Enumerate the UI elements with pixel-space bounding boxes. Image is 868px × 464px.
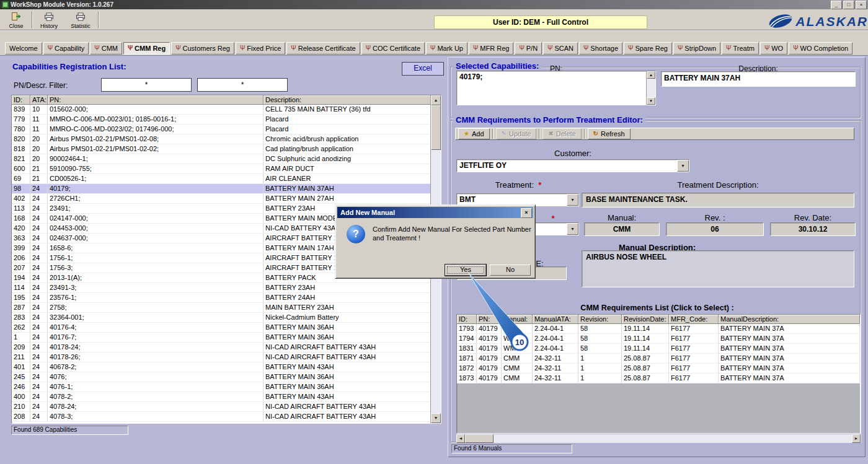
table-row[interactable]: 8212090002464-1;DC Sulphuric acid anodiz… <box>12 154 431 164</box>
column-header[interactable]: ATA: <box>30 95 48 105</box>
update-button[interactable]: ✎ Update <box>496 128 537 139</box>
tab-spare-reg[interactable]: ΨSpare Reg <box>624 42 672 55</box>
history-button[interactable]: History <box>34 11 64 30</box>
tab-mfr-reg[interactable]: ΨMFR Reg <box>469 42 513 55</box>
table-row[interactable]: 400244078-2;BATTERY MAIN 43AH <box>12 392 431 402</box>
table-row[interactable]: 600215910090-755;RAM AIR DUCT <box>12 164 431 174</box>
column-header[interactable]: ManualATA: <box>533 315 578 324</box>
tab-treatm[interactable]: ΨTreatm <box>722 42 759 55</box>
table-row[interactable]: 77911MMRO-C-006-MD-0023/01; 0185-0016-1;… <box>12 115 431 125</box>
tab-wo[interactable]: ΨWO <box>760 42 787 55</box>
column-header[interactable]: Manual: <box>502 315 533 324</box>
yes-button[interactable]: Yes <box>445 265 486 276</box>
table-row[interactable]: 1142423491-3;BATTERY 23AH <box>12 283 431 293</box>
pn-filter-input[interactable] <box>101 78 192 92</box>
scroll-right-icon[interactable]: ► <box>852 434 861 443</box>
table-row[interactable]: 2622440176-4;BATTERY MAIN 36AH <box>12 323 431 333</box>
dropdown-arrow-icon[interactable]: ▼ <box>567 223 578 235</box>
table-cell: 1756-1; <box>48 253 264 263</box>
column-header[interactable]: Description: <box>264 95 431 105</box>
dropdown-arrow-icon[interactable]: ▼ <box>567 194 578 206</box>
table-cell: 20 <box>30 144 48 154</box>
table-row[interactable]: 83910015602-000;CELL 735 MAIN BATTERY (3… <box>12 105 431 115</box>
customer-select[interactable]: JETFLITE OY ▼ <box>456 159 689 172</box>
column-header[interactable]: PN: <box>48 95 264 105</box>
tab-stripdown[interactable]: ΨStripDown <box>673 42 720 55</box>
column-header[interactable]: ID: <box>12 95 30 105</box>
column-header[interactable]: RevisionDate: <box>622 315 669 324</box>
pn-box-scrollbar[interactable]: ▲ ▼ <box>646 71 655 105</box>
scroll-up-icon[interactable]: ▲ <box>647 71 655 79</box>
table-row[interactable]: 287242758;MAIN BATTERY 23AH <box>12 303 431 313</box>
table-cell: BATTERY MAIN 37A <box>719 364 860 373</box>
delete-button[interactable]: ✖ Delete <box>542 128 581 139</box>
table-row[interactable]: 2832432364-001;Nickel-Cadmium Battery <box>12 313 431 323</box>
column-header[interactable]: MFR_Code: <box>669 315 719 324</box>
table-row[interactable]: 187240179CMM24-32-11125.08.87F6177BATTER… <box>457 364 860 374</box>
table-row[interactable]: 187340179CMM24-32-11125.08.87F6177BATTER… <box>457 374 860 383</box>
table-cell: 24 <box>30 224 48 233</box>
table-row[interactable]: 6921CD00526-1;AIR CLEANER <box>12 174 431 184</box>
scroll-down-icon[interactable]: ▼ <box>431 413 441 423</box>
no-button[interactable]: No <box>490 265 531 276</box>
table-row[interactable]: 179340179WM2.24-04-15819.11.14F6177BATTE… <box>457 324 860 334</box>
tab-capability[interactable]: ΨCapability <box>43 42 89 55</box>
table-row[interactable]: 246244076-1;BATTERY MAIN 36AH <box>12 382 431 392</box>
tab-release-certificate[interactable]: ΨRelease Certificate <box>286 42 360 55</box>
column-header[interactable]: PN: <box>477 315 502 324</box>
tab-cmm-reg[interactable]: ΨCMM Reg <box>123 42 170 55</box>
table-row[interactable]: 1952423576-1;BATTERY 24AH <box>12 293 431 303</box>
table-row[interactable]: 12440176-7;BATTERY MAIN 36AH <box>12 333 431 343</box>
selected-pn-box: 40179; ▲ ▼ <box>456 71 656 105</box>
close-window-button[interactable]: × <box>856 1 867 9</box>
tab-fixed-price[interactable]: ΨFixed Price <box>236 42 285 55</box>
table-row[interactable]: 210244078-24;NI-CAD AIRCRAFT BATTERY 43A… <box>12 402 431 412</box>
table-row[interactable]: 179440179WM2.24-04-15819.11.14F6177BATTE… <box>457 334 860 344</box>
dropdown-arrow-icon[interactable]: ▼ <box>677 160 689 172</box>
tab-icon: Ψ <box>764 45 769 51</box>
exit-door-icon <box>11 12 21 22</box>
table-row[interactable]: 78011MMRO-C-006-MD-0023/02; 017496-000;P… <box>12 125 431 134</box>
tab-scan[interactable]: ΨSCAN <box>543 42 578 55</box>
table-row[interactable]: 187140179CMM24-32-11125.08.87F6177BATTER… <box>457 354 860 364</box>
table-row[interactable]: 183140179WM2.24-04-15819.11.14F6177BATTE… <box>457 344 860 354</box>
tab-coc-certificate[interactable]: ΨCOC Certificate <box>361 42 425 55</box>
scrollbar-thumb[interactable] <box>431 105 441 150</box>
scrollbar-thumb[interactable] <box>465 434 494 443</box>
statistic-button[interactable]: Statistic <box>64 11 97 30</box>
tab-icon: Ψ <box>48 45 53 51</box>
table-row[interactable]: 982440179;BATTERY MAIN 37AH <box>12 184 431 194</box>
add-button[interactable]: ★ Add <box>458 128 490 139</box>
dialog-close-icon[interactable]: × <box>521 208 532 218</box>
tab-p-n[interactable]: ΨP/N <box>515 42 542 55</box>
minimize-button[interactable]: _ <box>831 1 842 9</box>
column-header[interactable]: ID: <box>457 315 477 324</box>
table-row[interactable]: 82020Airbus PMS01-02-21/PMS01-02-08;Chro… <box>12 134 431 144</box>
close-toolbar-button[interactable]: Close <box>1 11 31 30</box>
table-row[interactable]: 245244076;BATTERY MAIN 36AH <box>12 372 431 382</box>
tab-wo-completion[interactable]: ΨWO Completion <box>789 42 852 55</box>
refresh-button[interactable]: ↻ Refresh <box>588 128 631 139</box>
table-row[interactable]: 4012440678-2;BATTERY MAIN 43AH <box>12 362 431 372</box>
scroll-down-icon[interactable]: ▼ <box>647 97 655 105</box>
descr-filter-input[interactable] <box>197 78 288 92</box>
tab-cmm[interactable]: ΨCMM <box>90 42 122 55</box>
tab-mark-up[interactable]: ΨMark Up <box>426 42 467 55</box>
table-cell: 24 <box>30 243 48 253</box>
table-row[interactable]: 2112440178-26;NI-CAD AIRCRAFT BATTERY 43… <box>12 352 431 362</box>
toolbar-separator <box>492 129 494 139</box>
column-header[interactable]: ManualDescription: <box>719 315 860 324</box>
scroll-left-icon[interactable]: ◄ <box>456 434 465 443</box>
tab-customers-reg[interactable]: ΨCustomers Reg <box>171 42 234 55</box>
table-row[interactable]: 2092440178-24;NI-CAD AIRCRAFT BATTERY 43… <box>12 343 431 352</box>
column-header[interactable]: Revision: <box>578 315 622 324</box>
excel-button[interactable]: Excel <box>402 62 444 76</box>
requirements-hscrollbar[interactable]: ◄ ► <box>456 434 861 443</box>
scroll-up-icon[interactable]: ▲ <box>431 95 441 105</box>
table-row[interactable]: 402242726CH1;BATTERY MAIN 27AH <box>12 194 431 204</box>
tab-welcome[interactable]: Welcome <box>5 42 42 55</box>
table-row[interactable]: 208244078-3;NI-CAD AIRCRAFT BATTERY 43AH <box>12 412 431 422</box>
tab-shortage[interactable]: ΨShortage <box>579 42 622 55</box>
maximize-button[interactable]: □ <box>843 1 854 9</box>
table-row[interactable]: 81820Airbus PMS01-02-21/PMS01-02-02;Cad … <box>12 144 431 154</box>
